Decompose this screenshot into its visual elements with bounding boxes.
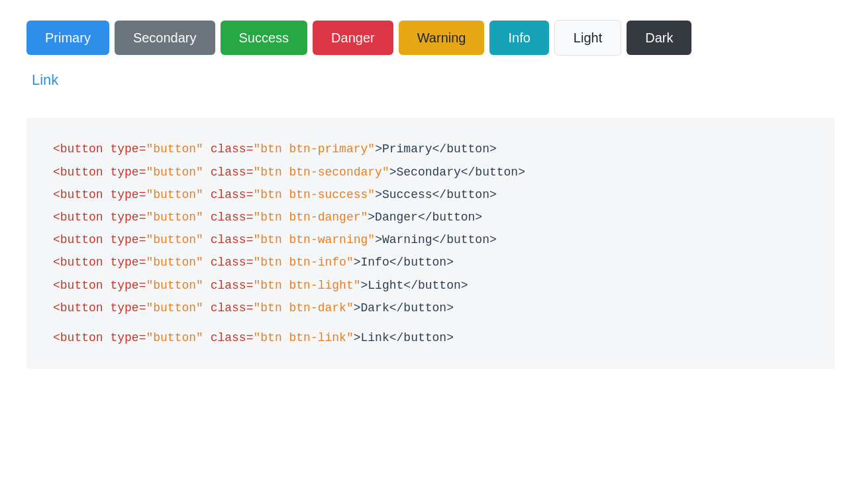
danger-button[interactable]: Danger [313,21,393,55]
success-button[interactable]: Success [221,21,308,55]
light-button[interactable]: Light [554,20,621,56]
code-line-6: <button type="button" class="btn btn-inf… [53,251,808,274]
code-block: <button type="button" class="btn btn-pri… [26,118,835,368]
code-line-4: <button type="button" class="btn btn-dan… [53,206,808,228]
button-row: Primary Secondary Success Danger Warning… [26,20,835,56]
link-row: Link [26,69,835,91]
code-line-9: <button type="button" class="btn btn-lin… [53,327,808,349]
code-line-2: <button type="button" class="btn btn-sec… [53,161,808,183]
code-line-8: <button type="button" class="btn btn-dar… [53,297,808,319]
code-line-3: <button type="button" class="btn btn-suc… [53,183,808,206]
primary-button[interactable]: Primary [26,21,109,55]
dark-button[interactable]: Dark [627,21,691,55]
code-line-1: <button type="button" class="btn btn-pri… [53,138,808,160]
link-button[interactable]: Link [26,69,64,91]
secondary-button[interactable]: Secondary [115,21,215,55]
warning-button[interactable]: Warning [399,21,485,55]
code-spacer [53,319,808,327]
info-button[interactable]: Info [489,21,548,55]
code-line-7: <button type="button" class="btn btn-lig… [53,274,808,297]
code-line-5: <button type="button" class="btn btn-war… [53,228,808,251]
